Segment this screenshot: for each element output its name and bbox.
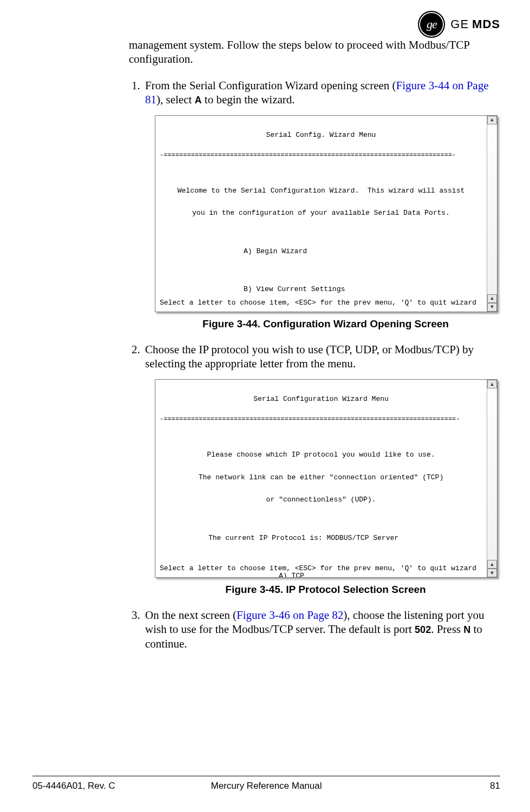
footer-doc-id: 05-4446A01, Rev. C — [32, 781, 115, 791]
terminal-2-scrollbar[interactable]: ▲ ▲ ▼ — [487, 380, 497, 577]
terminal-1-opt-a: A) Begin Wizard — [244, 247, 482, 257]
step-3: On the next screen (Figure 3-46 on Page … — [143, 608, 492, 651]
terminal-1-title: Serial Config. Wizard Menu — [160, 130, 482, 141]
terminal-2-rule: -=======================================… — [160, 415, 482, 424]
step-2-text: Choose the IP protocol you wish to use (… — [145, 343, 474, 370]
scroll-up2-icon[interactable]: ▲ — [487, 294, 497, 303]
scroll-down-icon[interactable]: ▼ — [487, 569, 497, 577]
terminal-1-msg2: you in the configuration of your availab… — [160, 208, 482, 219]
terminal-1-footer: Select a letter to choose item, <ESC> fo… — [160, 298, 485, 308]
footer-page-number: 81 — [490, 781, 500, 791]
step-1: From the Serial Configuration Wizard ope… — [143, 78, 492, 331]
terminal-2-title: Serial Configuration Wizard Menu — [160, 394, 482, 405]
xref-figure-3-46[interactable]: Figure 3-46 on Page 82 — [237, 609, 343, 622]
figure-3-44-caption: Figure 3-44. Configuration Wizard Openin… — [155, 318, 496, 331]
step-1-text-post: to begin the wizard. — [202, 93, 295, 106]
terminal-2-msg2: The network link can be either "connecti… — [160, 473, 482, 483]
scroll-track[interactable] — [487, 388, 497, 560]
brand-logo: ge GEMDS — [418, 11, 500, 38]
scroll-up-icon[interactable]: ▲ — [487, 116, 497, 124]
step-3-text-mid2: . Press — [431, 623, 463, 636]
intro-paragraph: management system. Follow the steps belo… — [129, 38, 492, 67]
keycap-502: 502 — [415, 624, 431, 635]
step-list: From the Serial Configuration Wizard ope… — [129, 78, 492, 651]
step-3-text-pre: On the next screen ( — [145, 609, 237, 622]
keycap-n: N — [463, 624, 470, 635]
figure-3-45-caption: Figure 3-45. IP Protocol Selection Scree… — [155, 583, 496, 596]
terminal-1-body: Serial Config. Wizard Menu -============… — [155, 116, 487, 312]
page-footer: 05-4446A01, Rev. C Mercury Reference Man… — [32, 776, 500, 791]
brand-suffix: MDS — [472, 17, 500, 31]
terminal-screenshot-1: Serial Config. Wizard Menu -============… — [155, 115, 498, 312]
terminal-1-scrollbar[interactable]: ▲ ▲ ▼ — [487, 116, 497, 312]
step-2: Choose the IP protocol you wish to use (… — [143, 342, 492, 596]
terminal-screenshot-2: Serial Configuration Wizard Menu -======… — [155, 379, 498, 578]
ge-monogram-icon: ge — [418, 11, 445, 38]
step-1-text-mid: ), select — [156, 93, 195, 106]
terminal-2-msg1: Please choose which IP protocol you woul… — [160, 450, 482, 460]
body-content: management system. Follow the steps belo… — [129, 38, 492, 658]
terminal-1-rule: -=======================================… — [160, 151, 482, 160]
terminal-2-body: Serial Configuration Wizard Menu -======… — [155, 380, 487, 577]
terminal-1-opt-b: B) View Current Settings — [244, 285, 482, 295]
scroll-track[interactable] — [487, 124, 497, 294]
step-1-text-pre: From the Serial Configuration Wizard ope… — [145, 79, 396, 92]
terminal-2-current: The current IP Protocol is: MODBUS/TCP S… — [208, 533, 482, 544]
scroll-up2-icon[interactable]: ▲ — [487, 560, 497, 569]
brand-text: GEMDS — [450, 17, 500, 31]
brand-prefix: GE — [450, 17, 469, 31]
scroll-down-icon[interactable]: ▼ — [487, 303, 497, 312]
terminal-1-msg1: Welcome to the Serial Configuration Wiza… — [160, 186, 482, 196]
terminal-2-footer: Select a letter to choose item, <ESC> fo… — [160, 564, 485, 574]
keycap-a: A — [195, 95, 202, 105]
scroll-up-icon[interactable]: ▲ — [487, 380, 497, 388]
page: ge GEMDS management system. Follow the s… — [0, 0, 530, 812]
terminal-2-msg3: or "connectionless" (UDP). — [160, 495, 482, 505]
